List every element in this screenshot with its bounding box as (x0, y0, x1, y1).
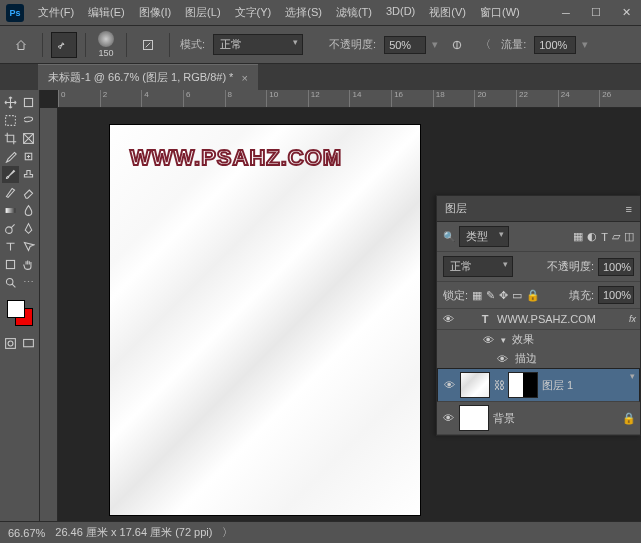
layer-name: WWW.PSAHZ.COM (497, 313, 625, 325)
lock-icon: 🔒 (622, 412, 636, 425)
tool-preset-button[interactable] (51, 32, 77, 58)
svg-rect-3 (6, 116, 16, 126)
menu-view[interactable]: 视图(V) (423, 1, 472, 24)
canvas[interactable]: WWW.PSAHZ.COM (110, 125, 420, 515)
lock-position-icon[interactable]: ✥ (499, 289, 508, 302)
menu-image[interactable]: 图像(I) (133, 1, 177, 24)
flow-input[interactable]: 100% (534, 36, 576, 54)
brush-tool[interactable] (2, 166, 19, 183)
layer-filter-select[interactable]: 类型 (459, 226, 509, 247)
move-tool[interactable] (2, 94, 19, 111)
menu-edit[interactable]: 编辑(E) (82, 1, 131, 24)
close-button[interactable]: ✕ (611, 0, 641, 26)
quickmask-button[interactable] (2, 335, 19, 352)
visibility-icon[interactable]: 👁 (441, 411, 455, 425)
svg-rect-10 (6, 339, 16, 349)
type-tool[interactable] (2, 238, 19, 255)
svg-point-7 (6, 227, 13, 234)
artboard-tool[interactable] (20, 94, 37, 111)
shape-tool[interactable] (2, 256, 19, 273)
maximize-button[interactable]: ☐ (581, 0, 611, 26)
zoom-level[interactable]: 66.67% (8, 527, 45, 539)
color-swatches[interactable] (5, 298, 35, 328)
document-tab[interactable]: 未标题-1 @ 66.7% (图层 1, RGB/8#) * × (38, 64, 258, 90)
menu-window[interactable]: 窗口(W) (474, 1, 526, 24)
zoom-tool[interactable] (2, 274, 19, 291)
mask-link-icon[interactable]: ⛓ (494, 379, 504, 391)
home-button[interactable] (8, 32, 34, 58)
layer-name: 图层 1 (542, 378, 635, 393)
svg-point-11 (8, 341, 13, 346)
layer-blend-select[interactable]: 正常 (443, 256, 513, 277)
filter-type-icon[interactable]: T (601, 231, 608, 243)
svg-rect-12 (24, 339, 34, 346)
path-tool[interactable] (20, 238, 37, 255)
visibility-icon[interactable]: 👁 (442, 378, 456, 392)
tab-title: 未标题-1 @ 66.7% (图层 1, RGB/8#) * (48, 70, 233, 85)
menu-layer[interactable]: 图层(L) (179, 1, 226, 24)
visibility-icon[interactable]: 👁 (441, 312, 455, 326)
status-bar: 66.67% 26.46 厘米 x 17.64 厘米 (72 ppi) 〉 (0, 521, 641, 543)
options-bar: 150 模式: 正常 不透明度: 50% ▾ 〈 流量: 100% ▾ (0, 26, 641, 64)
eyedropper-tool[interactable] (2, 148, 19, 165)
tools-panel: ⋯ (0, 90, 40, 521)
opacity-label: 不透明度: (329, 37, 376, 52)
mask-thumbnail (508, 372, 538, 398)
layer-opacity-input[interactable]: 100% (598, 258, 634, 276)
lock-artboard-icon[interactable]: ▭ (512, 289, 522, 302)
vertical-ruler (40, 108, 58, 521)
layer-item-text[interactable]: 👁 T WWW.PSAHZ.COM fx (437, 309, 640, 330)
lock-pixels-icon[interactable]: ▦ (472, 289, 482, 302)
eraser-tool[interactable] (20, 184, 37, 201)
layer-fx-header[interactable]: 👁▾效果 (437, 330, 640, 349)
screenmode-button[interactable] (20, 335, 37, 352)
lock-all-icon[interactable]: 🔒 (526, 289, 540, 302)
pen-tool[interactable] (20, 220, 37, 237)
crop-tool[interactable] (2, 130, 19, 147)
blur-tool[interactable] (20, 202, 37, 219)
healing-tool[interactable] (20, 148, 37, 165)
hand-tool[interactable] (20, 256, 37, 273)
pressure-opacity-button[interactable] (444, 32, 470, 58)
frame-tool[interactable] (20, 130, 37, 147)
fill-label: 填充: (569, 288, 594, 303)
app-logo: Ps (6, 4, 24, 22)
filter-adjust-icon[interactable]: ◐ (587, 230, 597, 243)
menu-filter[interactable]: 滤镜(T) (330, 1, 378, 24)
menu-type[interactable]: 文字(Y) (229, 1, 278, 24)
minimize-button[interactable]: ─ (551, 0, 581, 26)
layer-item-bg[interactable]: 👁 背景 🔒 (437, 402, 640, 435)
edit-toolbar[interactable]: ⋯ (20, 274, 37, 291)
lasso-tool[interactable] (20, 112, 37, 129)
document-tabs: 未标题-1 @ 66.7% (图层 1, RGB/8#) * × (0, 64, 641, 90)
layer-item-1[interactable]: 👁 ⛓ 图层 1 (437, 368, 640, 402)
filter-smart-icon[interactable]: ◫ (624, 230, 634, 243)
panel-menu-icon[interactable]: ≡ (626, 203, 632, 215)
layer-thumbnail (459, 405, 489, 431)
layer-name: 背景 (493, 411, 618, 426)
canvas-text: WWW.PSAHZ.COM (130, 145, 342, 171)
svg-rect-6 (6, 208, 16, 213)
layer-fx-stroke[interactable]: 👁描边 (437, 349, 640, 368)
history-brush-tool[interactable] (2, 184, 19, 201)
gradient-tool[interactable] (2, 202, 19, 219)
marquee-tool[interactable] (2, 112, 19, 129)
status-chevron-icon[interactable]: 〉 (222, 525, 233, 540)
brush-preview[interactable]: 150 (94, 31, 118, 58)
dodge-tool[interactable] (2, 220, 19, 237)
filter-pixel-icon[interactable]: ▦ (573, 230, 583, 243)
menu-file[interactable]: 文件(F) (32, 1, 80, 24)
brush-panel-button[interactable] (135, 32, 161, 58)
fill-input[interactable]: 100% (598, 286, 634, 304)
lock-brush-icon[interactable]: ✎ (486, 289, 495, 302)
menu-3d[interactable]: 3D(D) (380, 1, 421, 24)
lock-label: 锁定: (443, 288, 468, 303)
stamp-tool[interactable] (20, 166, 37, 183)
opacity-input[interactable]: 50% (384, 36, 426, 54)
panel-title: 图层 (445, 201, 467, 216)
foreground-color[interactable] (7, 300, 25, 318)
tab-close-icon[interactable]: × (241, 72, 247, 84)
filter-shape-icon[interactable]: ▱ (612, 230, 620, 243)
blend-mode-select[interactable]: 正常 (213, 34, 303, 55)
menu-select[interactable]: 选择(S) (279, 1, 328, 24)
